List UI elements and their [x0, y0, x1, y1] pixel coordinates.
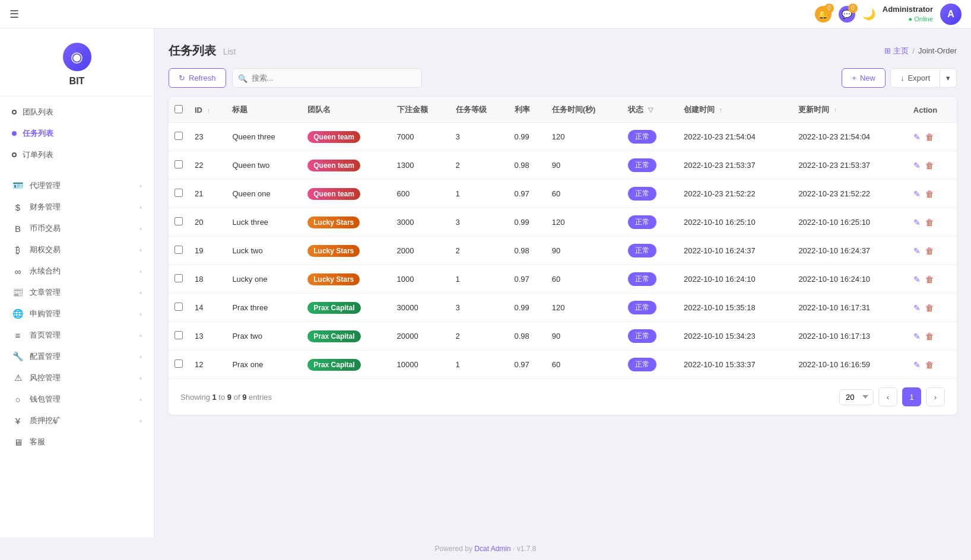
edit-icon[interactable]: ✎: [913, 161, 921, 170]
row-checkbox-cell: [169, 294, 189, 322]
col-updated[interactable]: 更新时间 ↑: [792, 97, 907, 123]
sidebar-item-perpetual[interactable]: ∞ 永续合约 ‹: [0, 260, 154, 282]
sidebar-item-order[interactable]: 订单列表: [0, 144, 154, 166]
row-checkbox[interactable]: [174, 189, 183, 197]
dot-icon: [12, 110, 17, 114]
sidebar-item-service[interactable]: 🖥 客服: [0, 431, 154, 453]
delete-icon[interactable]: 🗑: [925, 275, 934, 284]
sidebar-item-wallet[interactable]: ○ 钱包管理 ‹: [0, 389, 154, 410]
edit-icon[interactable]: ✎: [913, 246, 921, 256]
dot-icon: [12, 152, 17, 157]
col-action: Action: [907, 97, 957, 123]
row-checkbox[interactable]: [174, 246, 183, 254]
sidebar-item-agent[interactable]: 🪪 代理管理 ‹: [0, 175, 154, 196]
hamburger-icon[interactable]: ☰: [9, 8, 19, 21]
row-checkbox[interactable]: [174, 331, 183, 339]
service-icon: 🖥: [12, 437, 24, 447]
team-badge: Queen team: [307, 131, 360, 143]
sidebar-item-subscribe[interactable]: 🌐 申购管理 ‹: [0, 303, 154, 324]
footer-brand[interactable]: Dcat Admin: [474, 545, 510, 553]
row-title: Queen two: [226, 151, 302, 180]
edit-icon[interactable]: ✎: [913, 132, 921, 142]
col-id[interactable]: ID ↑: [189, 97, 226, 123]
row-created: 2022-10-10 16:24:37: [678, 237, 792, 265]
page-size-select[interactable]: 20 50 100: [839, 389, 874, 405]
avatar[interactable]: A: [940, 4, 962, 25]
page-1-button[interactable]: 1: [902, 387, 921, 406]
edit-icon[interactable]: ✎: [913, 303, 921, 313]
sidebar-item-risk[interactable]: ⚠ 风控管理 ‹: [0, 367, 154, 389]
col-status[interactable]: 状态 ▽: [622, 97, 677, 123]
row-checkbox[interactable]: [174, 303, 183, 311]
col-amount[interactable]: 下注金额: [391, 97, 450, 123]
row-id: 18: [189, 265, 226, 294]
logo-text: BIT: [69, 76, 85, 87]
sidebar-item-mining[interactable]: ¥ 质押挖矿 ‹: [0, 410, 154, 431]
delete-icon[interactable]: 🗑: [925, 303, 934, 313]
row-checkbox[interactable]: [174, 160, 183, 168]
row-title: Queen one: [226, 180, 302, 208]
breadcrumb-current: Joint-Order: [918, 46, 957, 55]
row-action: ✎ 🗑: [907, 151, 957, 180]
row-id: 23: [189, 123, 226, 151]
delete-icon[interactable]: 🗑: [925, 218, 934, 227]
sidebar-item-currency[interactable]: B 币币交易 ‹: [0, 218, 154, 239]
col-created[interactable]: 创建时间 ↑: [678, 97, 792, 123]
export-button[interactable]: ↓ Export: [890, 68, 940, 88]
select-all-checkbox[interactable]: [174, 105, 183, 113]
edit-icon[interactable]: ✎: [913, 360, 921, 370]
sort-asc-icon: ↑: [719, 106, 723, 113]
row-checkbox[interactable]: [174, 132, 183, 140]
dot-icon: [12, 131, 17, 136]
notification-chat[interactable]: 💬 0: [839, 6, 855, 23]
team-badge: Prax Capital: [307, 330, 360, 342]
edit-icon[interactable]: ✎: [913, 218, 921, 227]
team-badge: Lucky Stars: [307, 273, 360, 285]
refresh-button[interactable]: ↻ Refresh: [169, 68, 226, 88]
status-badge: 正常: [628, 215, 656, 229]
sidebar-item-config[interactable]: 🔧 配置管理 ‹: [0, 346, 154, 367]
row-updated: 2022-10-23 21:52:22: [792, 180, 907, 208]
row-status: 正常: [622, 151, 677, 180]
breadcrumb-home[interactable]: ⊞ 主页: [884, 46, 909, 56]
next-page-button[interactable]: ›: [926, 387, 945, 406]
action-icons: ✎ 🗑: [913, 189, 951, 199]
export-dropdown-button[interactable]: ▾: [940, 68, 957, 88]
row-id: 14: [189, 294, 226, 322]
sidebar-item-homepage[interactable]: ≡ 首页管理 ‹: [0, 324, 154, 346]
article-icon: 📰: [12, 287, 24, 298]
col-duration[interactable]: 任务时间(秒): [546, 97, 623, 123]
row-status: 正常: [622, 208, 677, 237]
col-title[interactable]: 标题: [226, 97, 302, 123]
row-checkbox[interactable]: [174, 359, 183, 368]
sidebar-item-options[interactable]: ₿ 期权交易 ‹: [0, 239, 154, 260]
prev-page-button[interactable]: ‹: [878, 387, 897, 406]
new-button[interactable]: + New: [842, 68, 886, 88]
edit-icon[interactable]: ✎: [913, 189, 921, 199]
sidebar-item-finance[interactable]: $ 财务管理 ‹: [0, 196, 154, 218]
col-rate[interactable]: 利率: [509, 97, 546, 123]
row-checkbox[interactable]: [174, 217, 183, 225]
col-team[interactable]: 团队名: [302, 97, 391, 123]
row-title: Prax two: [226, 322, 302, 351]
search-input[interactable]: [232, 68, 422, 88]
delete-icon[interactable]: 🗑: [925, 161, 934, 170]
sidebar-menu-section: 🪪 代理管理 ‹ $ 财务管理 ‹ B 币币交易 ‹ ₿ 期权交易 ‹: [0, 170, 154, 457]
notification-bell[interactable]: 🔔 0: [815, 6, 832, 23]
row-checkbox[interactable]: [174, 274, 183, 282]
dark-mode-icon[interactable]: 🌙: [862, 8, 875, 21]
delete-icon[interactable]: 🗑: [925, 360, 934, 370]
edit-icon[interactable]: ✎: [913, 275, 921, 284]
delete-icon[interactable]: 🗑: [925, 132, 934, 142]
breadcrumb-home-label: 主页: [893, 46, 909, 56]
delete-icon[interactable]: 🗑: [925, 189, 934, 199]
col-level[interactable]: 任务等级: [450, 97, 509, 123]
row-duration: 120: [546, 208, 623, 237]
delete-icon[interactable]: 🗑: [925, 332, 934, 341]
delete-icon[interactable]: 🗑: [925, 246, 934, 256]
row-level: 1: [450, 180, 509, 208]
sidebar-item-team[interactable]: 团队列表: [0, 101, 154, 123]
edit-icon[interactable]: ✎: [913, 332, 921, 341]
sidebar-item-article[interactable]: 📰 文章管理 ‹: [0, 282, 154, 303]
sidebar-item-task[interactable]: 任务列表: [0, 123, 154, 144]
